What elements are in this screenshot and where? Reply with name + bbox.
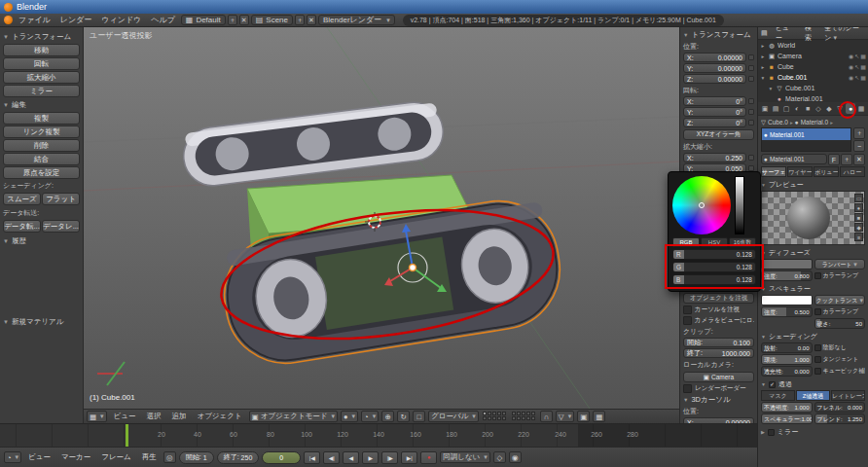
transparency-section-header[interactable]: 透過 <box>761 379 865 389</box>
renderability-icon[interactable]: ▦ <box>860 63 866 70</box>
selectability-icon[interactable]: ↖ <box>854 63 859 70</box>
selectability-icon[interactable]: ↖ <box>854 74 859 81</box>
data-tab-icon[interactable]: ▽ <box>835 103 845 114</box>
material-name-field[interactable]: ● Material.001 <box>761 154 827 164</box>
panel-transform-header[interactable]: トランスフォーム <box>3 32 80 42</box>
mode-select[interactable]: ▣ オブジェクトモード <box>249 411 339 422</box>
panel-edit-header[interactable]: 編集 <box>3 100 80 110</box>
panel-new-material-header[interactable]: 新規マテリアル <box>3 317 81 327</box>
outliner-row-material001[interactable]: ● Material.001 <box>758 93 868 102</box>
snap-element-select[interactable]: ▽ <box>556 411 574 422</box>
menu-render[interactable]: レンダー <box>56 15 96 25</box>
transparency-mask-tab[interactable]: マスク <box>761 390 795 401</box>
preview-flat-icon[interactable]: ▭ <box>854 194 863 202</box>
lock-to-cursor-checkbox[interactable]: カーソルを注視 <box>683 305 754 314</box>
vp-menu-add[interactable]: 追加 <box>167 412 190 421</box>
panel-history-header[interactable]: 履歴 <box>3 236 80 246</box>
transparency-checkbox[interactable] <box>769 381 776 388</box>
cubic-interpolation-checkbox[interactable]: キュービック補間 <box>814 366 866 377</box>
blender-app-icon[interactable] <box>4 16 13 24</box>
auto-keyframe-icon[interactable]: ◉ <box>509 451 522 463</box>
shade-smooth-button[interactable]: スムーズ <box>3 193 41 205</box>
npanel-transform-header[interactable]: トランスフォーム <box>683 30 754 40</box>
breadcrumb-object[interactable]: Cube.0 <box>768 119 788 126</box>
hardness-slider[interactable]: 硬さ:50 <box>814 318 866 329</box>
vp-menu-select[interactable]: 選択 <box>142 412 164 421</box>
specular-color-swatch[interactable] <box>761 295 813 305</box>
ambient-slider[interactable]: 環境:1.000 <box>761 354 813 365</box>
lock-to-object-field[interactable]: オブジェクトを注視 <box>683 293 754 304</box>
material-type-volume[interactable]: ボリュー <box>814 166 839 177</box>
timeline-ruler[interactable]: 20 40 60 80 100 120 140 160 180 200 220 … <box>0 423 757 447</box>
slot-add-button[interactable]: ＋ <box>853 127 865 139</box>
picker-tab-hex[interactable]: 16進数 <box>729 237 756 247</box>
clip-end-field[interactable]: 終了:1000.000 <box>683 348 754 358</box>
picker-tab-hsv[interactable]: HSV <box>701 237 728 247</box>
transform-orientation-select[interactable]: グローバル <box>428 411 479 422</box>
rotate-button[interactable]: 回転 <box>3 57 80 70</box>
color-wheel[interactable] <box>672 176 731 234</box>
visibility-eye-icon[interactable]: ◉ <box>849 53 853 59</box>
green-slider[interactable]: G0.128 <box>672 262 756 272</box>
frame-end-field[interactable]: 終了:250 <box>217 451 260 464</box>
render-engine-select[interactable]: Blenderレンダー <box>318 15 395 25</box>
layers-grid-1[interactable] <box>483 412 507 421</box>
keying-set-icon[interactable]: ◇ <box>493 451 506 463</box>
outliner-row-cube001-data[interactable]: ▾▽ Cube.001 <box>758 83 868 93</box>
specular-shader-select[interactable]: クックトランス <box>814 295 866 305</box>
modifiers-tab-icon[interactable]: ◆ <box>824 103 834 114</box>
lock-icon[interactable] <box>748 98 754 104</box>
previous-keyframe-button[interactable]: ◀| <box>323 451 340 464</box>
world-tab-icon[interactable]: ◐ <box>792 103 802 114</box>
material-slot-row[interactable]: ● Material.001 <box>762 128 850 140</box>
lock-icon[interactable] <box>748 109 754 115</box>
shade-flat-button[interactable]: フラット <box>42 193 80 205</box>
preview-sphere-icon[interactable]: ● <box>854 203 863 212</box>
local-camera-field[interactable]: ▣Camera <box>683 372 754 382</box>
viewport-3d[interactable] <box>84 27 679 409</box>
next-keyframe-button[interactable]: |▶ <box>381 451 398 464</box>
rotation-z-field[interactable]: Z:0° <box>683 118 746 127</box>
timeline-menu-marker[interactable]: マーカー <box>57 452 94 462</box>
menu-window[interactable]: ウィンドウ <box>97 15 145 25</box>
preview-hair-icon[interactable]: ≡ <box>854 233 863 241</box>
delete-button[interactable]: 削除 <box>3 139 80 152</box>
outliner-menu-search[interactable]: 検索 <box>801 27 820 43</box>
manipulator-translate-icon[interactable]: ⊕ <box>381 411 394 422</box>
menu-help[interactable]: ヘルプ <box>147 15 179 25</box>
outliner-row-cube001[interactable]: ▾■ Cube.001 ◉↖▦ <box>758 72 868 83</box>
fresnel-slider[interactable]: フレネル:0.000 <box>814 402 866 413</box>
opengl-render-icon[interactable]: ▣ <box>577 411 590 422</box>
emit-slider[interactable]: 放射:0.00 <box>761 342 813 353</box>
pivot-point-select[interactable]: ◔ <box>361 411 379 422</box>
editor-type-icon[interactable]: ▦ <box>87 411 107 422</box>
transparency-specular-slider[interactable]: スペキュラー:1.000 <box>761 413 813 424</box>
preview-monkey-icon[interactable]: ◆ <box>854 223 863 232</box>
material-type-halo[interactable]: ハロー <box>840 166 865 177</box>
render-layers-tab-icon[interactable]: ▤ <box>771 103 780 114</box>
slot-remove-button[interactable]: − <box>853 140 865 152</box>
play-reverse-button[interactable]: ◀ <box>343 451 359 464</box>
preview-section-header[interactable]: プレビュー <box>761 180 865 190</box>
outliner-row-cube[interactable]: ▸■ Cube ◉↖▦ <box>758 61 868 72</box>
jump-to-start-button[interactable]: |◀ <box>304 451 320 464</box>
material-slot-list[interactable]: ● Material.001 <box>761 127 851 152</box>
duplicate-linked-button[interactable]: リンク複製 <box>3 126 80 138</box>
layers-grid-2[interactable] <box>512 412 536 421</box>
diffuse-shader-select[interactable]: ランバート <box>814 259 866 269</box>
specular-ramp-checkbox[interactable]: カラーランプ <box>814 306 866 317</box>
layout-add-button[interactable]: ＋ <box>228 15 237 25</box>
selectability-icon[interactable]: ↖ <box>854 53 859 59</box>
scene-add-button[interactable]: ＋ <box>295 15 305 25</box>
move-button[interactable]: 移動 <box>3 44 80 56</box>
manipulator-rotate-icon[interactable]: ↻ <box>397 411 410 422</box>
rotation-mode-select[interactable]: XYZオイラー角 <box>683 129 754 140</box>
shadeless-checkbox[interactable]: 陰影なし <box>814 342 866 353</box>
camera-to-view-checkbox[interactable]: カメラをビューにロ... <box>683 316 754 325</box>
constraints-tab-icon[interactable]: ◇ <box>814 103 823 114</box>
manipulator-scale-icon[interactable]: □ <box>413 411 425 422</box>
rotation-x-field[interactable]: X:0° <box>683 96 746 106</box>
vp-menu-view[interactable]: ビュー <box>110 412 140 421</box>
vp-menu-object[interactable]: オブジェクト <box>193 412 245 421</box>
outliner-display-mode-select[interactable]: 全てのシーン <box>824 27 865 43</box>
